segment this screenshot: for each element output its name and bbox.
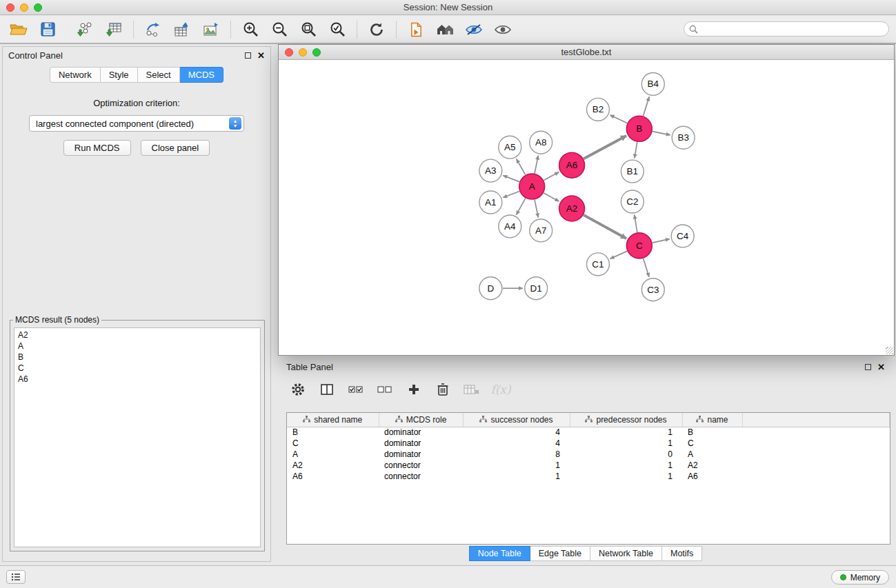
graph-edge-A6-B[interactable] <box>584 136 626 159</box>
table-cell[interactable]: A6 <box>682 471 742 482</box>
graph-edge-A-A5[interactable] <box>517 159 526 175</box>
tab-node-table[interactable]: Node Table <box>469 546 530 561</box>
float-table-panel-icon[interactable] <box>865 364 871 370</box>
tab-motifs[interactable]: Motifs <box>662 546 702 561</box>
create-column-button[interactable] <box>402 379 426 400</box>
graph-node-A[interactable]: A <box>519 174 545 199</box>
open-session-button[interactable] <box>4 18 33 41</box>
tab-mcds[interactable]: MCDS <box>180 67 223 83</box>
table-cell[interactable]: A <box>682 449 742 460</box>
graph-edge-A-A3[interactable] <box>503 176 519 182</box>
table-cell[interactable]: 4 <box>463 438 570 449</box>
graph-edge-A-A1[interactable] <box>503 192 519 198</box>
minimize-network-window-button[interactable] <box>299 48 307 57</box>
select-all-rows-button[interactable] <box>344 379 368 400</box>
graph-node-A6[interactable]: A6 <box>559 152 585 178</box>
column-header-predecessor-nodes[interactable]: predecessor nodes <box>570 413 682 427</box>
export-network-button[interactable] <box>139 18 168 41</box>
table-cell[interactable]: 4 <box>463 427 570 438</box>
mcds-result-list[interactable]: A2ABCA6 <box>14 327 261 547</box>
table-cell[interactable]: 0 <box>570 449 682 460</box>
network-overview-button[interactable] <box>430 18 459 41</box>
close-network-window-button[interactable] <box>285 48 293 57</box>
graph-node-A1[interactable]: A1 <box>479 191 502 214</box>
tab-select[interactable]: Select <box>138 67 180 83</box>
graph-edge-A-A8[interactable] <box>535 156 538 174</box>
close-table-panel-icon[interactable]: ✕ <box>877 363 885 372</box>
graph-edge-A-A4[interactable] <box>517 199 526 215</box>
refresh-view-button[interactable] <box>362 18 391 41</box>
table-row[interactable]: Cdominator41C <box>287 438 890 449</box>
column-header-successor-nodes[interactable]: successor nodes <box>463 413 570 427</box>
open-recent-session-button[interactable] <box>401 18 430 41</box>
graph-node-C4[interactable]: C4 <box>671 225 694 247</box>
close-panel-button[interactable]: Close panel <box>141 140 210 156</box>
table-cell[interactable]: connector <box>379 471 463 482</box>
table-cell[interactable]: A <box>287 449 379 460</box>
zoom-fit-button[interactable] <box>294 18 323 41</box>
table-row[interactable]: A2connector11A2 <box>287 460 890 471</box>
fullscreen-window-button[interactable] <box>34 3 42 12</box>
tab-style[interactable]: Style <box>101 67 138 83</box>
delete-column-button[interactable] <box>431 379 455 400</box>
network-canvas[interactable]: B4B2BB3A5A8A6A3B1AA1C2A2A4A7C4CC1C3DD1 <box>279 61 894 355</box>
network-graph[interactable]: B4B2BB3A5A8A6A3B1AA1C2A2A4A7C4CC1C3DD1 <box>279 61 894 355</box>
save-session-button[interactable] <box>33 18 62 41</box>
table-cell[interactable]: 1 <box>570 460 682 471</box>
graph-node-A4[interactable]: A4 <box>499 215 521 238</box>
graph-node-C1[interactable]: C1 <box>586 253 609 276</box>
column-header-name[interactable]: name <box>682 413 742 427</box>
table-cell[interactable]: dominator <box>379 438 463 449</box>
graph-edge-A-A6[interactable] <box>544 172 559 181</box>
table-cell[interactable]: B <box>682 427 742 438</box>
deselect-all-rows-button[interactable] <box>373 379 397 400</box>
maximize-network-window-button[interactable] <box>312 48 321 57</box>
graph-edge-A2-C[interactable] <box>584 215 626 239</box>
table-cell[interactable]: C <box>287 438 379 449</box>
close-window-button[interactable] <box>6 3 14 12</box>
graph-edge-C-C4[interactable] <box>653 239 670 243</box>
hide-graphics-details-button[interactable] <box>488 18 517 41</box>
table-cell[interactable]: 8 <box>463 449 570 460</box>
table-row[interactable]: A6connector11A6 <box>287 471 890 482</box>
table-row[interactable]: Bdominator41B <box>287 427 890 438</box>
search-input[interactable] <box>701 24 884 34</box>
float-panel-icon[interactable] <box>245 52 251 59</box>
graph-node-A2[interactable]: A2 <box>559 196 585 221</box>
graph-edge-B-B3[interactable] <box>653 132 670 135</box>
column-header-mcds-role[interactable]: MCDS role <box>379 413 463 427</box>
table-cell[interactable]: 1 <box>463 471 570 482</box>
graph-node-A8[interactable]: A8 <box>530 131 552 154</box>
graph-edge-A-A2[interactable] <box>544 193 559 201</box>
network-window-titlebar[interactable]: testGlobe.txt <box>279 45 894 60</box>
tab-network-table[interactable]: Network Table <box>590 546 662 561</box>
search-field[interactable] <box>684 21 889 37</box>
graph-node-A7[interactable]: A7 <box>530 219 552 242</box>
table-cell[interactable]: dominator <box>379 449 463 460</box>
zoom-in-button[interactable] <box>236 18 265 41</box>
import-table-from-file-button[interactable] <box>99 18 128 41</box>
graph-node-B2[interactable]: B2 <box>586 98 609 121</box>
table-cell[interactable]: 1 <box>570 471 682 482</box>
graph-node-B4[interactable]: B4 <box>641 72 664 95</box>
table-cell[interactable]: C <box>682 438 742 449</box>
table-cell[interactable]: 1 <box>570 438 682 449</box>
tab-network[interactable]: Network <box>50 67 101 83</box>
show-graphics-details-button[interactable] <box>459 18 488 41</box>
table-row[interactable]: Adominator80A <box>287 449 890 460</box>
close-panel-icon[interactable]: ✕ <box>257 51 265 60</box>
graph-edge-C-C3[interactable] <box>644 258 649 277</box>
export-table-button[interactable] <box>168 18 197 41</box>
memory-button[interactable]: Memory <box>831 570 889 585</box>
graph-edge-B-B4[interactable] <box>644 97 650 116</box>
task-history-button[interactable] <box>6 570 26 584</box>
graph-node-D[interactable]: D <box>479 277 502 300</box>
column-header-shared-name[interactable]: shared name <box>287 413 379 427</box>
minimize-window-button[interactable] <box>20 3 28 12</box>
zoom-selected-button[interactable] <box>323 18 352 41</box>
graph-node-A5[interactable]: A5 <box>499 136 521 159</box>
table-cell[interactable]: A2 <box>287 460 379 471</box>
graph-node-B3[interactable]: B3 <box>672 126 695 149</box>
table-settings-button[interactable] <box>286 379 310 400</box>
graph-node-B[interactable]: B <box>626 116 652 141</box>
